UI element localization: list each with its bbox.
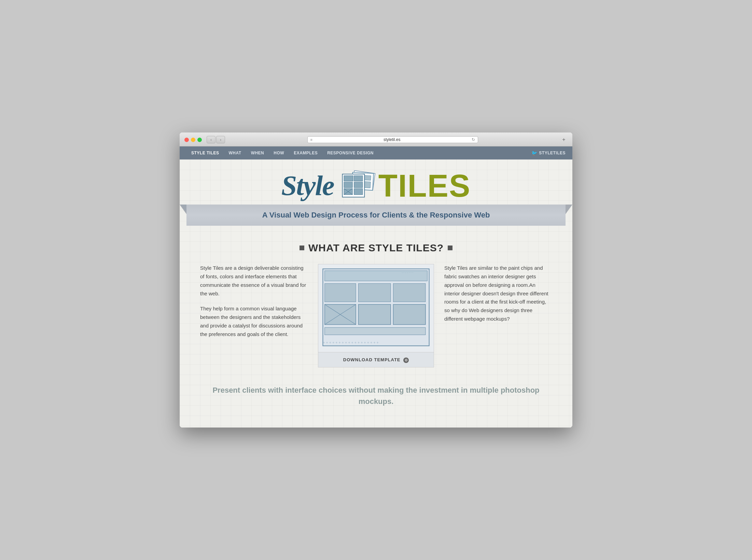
quote-text: Present clients with interface choices w… (207, 384, 545, 407)
twitter-icon: 🐦 (531, 150, 538, 156)
svg-rect-21 (325, 284, 356, 302)
nav-item-examples[interactable]: EXAMPLES (289, 146, 322, 159)
svg-rect-28 (393, 305, 425, 325)
browser-window: ‹ › ≡ styletil.es ↻ + STYLE TILES WHAT W… (180, 132, 572, 427)
section-title-text: WHAT ARE STYLE TILES? (308, 242, 444, 254)
template-download[interactable]: DOWNLOAD TEMPLATE ⊙ (318, 352, 434, 367)
what-right-text: Style Tiles are similar to the paint chi… (444, 264, 552, 323)
twitter-label: STYLETILES (539, 151, 566, 155)
what-grid: Style Tiles are a design deliverable con… (200, 264, 552, 367)
nav-item-responsive[interactable]: RESPONSIVE DESIGN (322, 146, 378, 159)
sketch-tiles-icon (336, 170, 377, 201)
title-square-right (448, 246, 452, 250)
template-sketch: + + + + + + + + + + + + + + + + + + - - … (318, 264, 434, 352)
address-bar[interactable]: ≡ styletil.es ↻ (307, 136, 478, 143)
svg-rect-23 (393, 284, 425, 302)
close-button[interactable] (184, 138, 189, 142)
list-icon: ≡ (310, 138, 312, 142)
title-square-left (300, 246, 304, 250)
svg-rect-15 (354, 182, 362, 188)
svg-text:+ + + + + + + + + + + + + + + : + + + + + + + + + + + + + + + + + + (323, 341, 378, 345)
maximize-button[interactable] (197, 138, 202, 142)
hero-section: Style (180, 159, 572, 232)
url-display: styletil.es (315, 137, 470, 142)
svg-text:- - - - - - -: - - - - - - - (402, 271, 413, 275)
nav-items: STYLE TILES WHAT WHEN HOW EXAMPLES RESPO… (186, 146, 531, 159)
quote-section: Present clients with interface choices w… (180, 374, 572, 414)
svg-rect-22 (358, 284, 390, 302)
download-label: DOWNLOAD TEMPLATE (343, 357, 401, 362)
site-content: Style (180, 159, 572, 427)
svg-rect-11 (344, 176, 353, 181)
download-icon: ⊙ (403, 358, 409, 363)
hero-banner: A Visual Web Design Process for Clients … (186, 205, 566, 226)
hero-banner-text: A Visual Web Design Process for Clients … (262, 211, 490, 219)
wireframe-svg: + + + + + + + + + + + + + + + + + + - - … (321, 267, 431, 348)
nav-item-when[interactable]: WHEN (246, 146, 269, 159)
nav-buttons: ‹ › (207, 136, 225, 143)
traffic-lights (184, 138, 202, 142)
download-button[interactable]: DOWNLOAD TEMPLATE ⊙ (343, 357, 409, 362)
what-right-para: Style Tiles are similar to the paint chi… (444, 264, 552, 323)
what-para-2: They help form a common visual language … (200, 305, 308, 338)
svg-rect-29 (325, 328, 426, 335)
what-para-1: Style Tiles are a design deliverable con… (200, 264, 308, 298)
minimize-button[interactable] (191, 138, 195, 142)
template-preview: + + + + + + + + + + + + + + + + + + - - … (318, 264, 434, 367)
browser-chrome: ‹ › ≡ styletil.es ↻ + (180, 132, 572, 146)
svg-rect-12 (354, 176, 362, 181)
forward-button[interactable]: › (216, 136, 225, 143)
what-left-text: Style Tiles are a design deliverable con… (200, 264, 308, 338)
section-title: WHAT ARE STYLE TILES? (200, 242, 552, 254)
hero-title: Style (186, 170, 566, 202)
svg-rect-13 (344, 182, 352, 188)
svg-rect-16 (354, 189, 362, 195)
hero-tiles-text: TILES (378, 170, 471, 201)
what-section: WHAT ARE STYLE TILES? Style Tiles are a … (180, 232, 572, 374)
nav-item-style-tiles[interactable]: STYLE TILES (186, 146, 224, 159)
back-button[interactable]: ‹ (207, 136, 215, 143)
nav-item-how[interactable]: HOW (269, 146, 289, 159)
nav-item-what[interactable]: WHAT (224, 146, 246, 159)
nav-twitter[interactable]: 🐦 STYLETILES (531, 150, 566, 156)
hero-style-text: Style (281, 170, 334, 202)
svg-rect-27 (358, 305, 390, 325)
refresh-icon[interactable]: ↻ (472, 137, 475, 142)
new-tab-button[interactable]: + (560, 136, 568, 143)
site-nav: STYLE TILES WHAT WHEN HOW EXAMPLES RESPO… (180, 146, 572, 159)
